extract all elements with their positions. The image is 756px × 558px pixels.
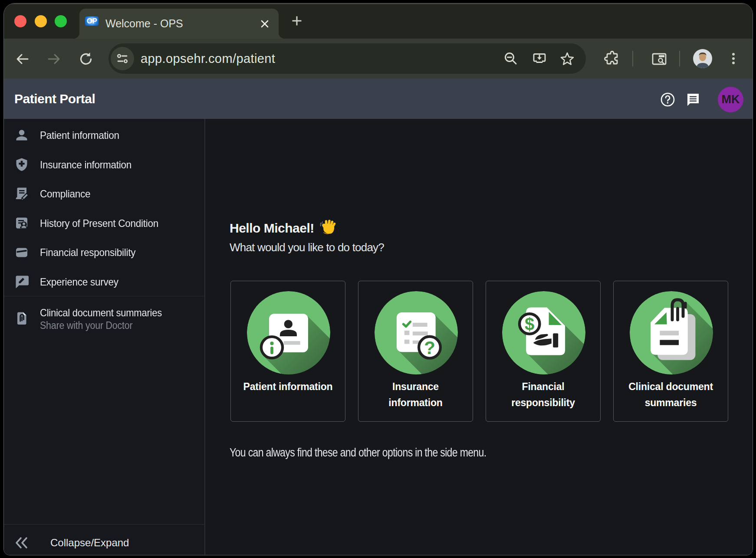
svg-text:$: $ (525, 314, 534, 333)
svg-text:?: ? (424, 337, 435, 358)
